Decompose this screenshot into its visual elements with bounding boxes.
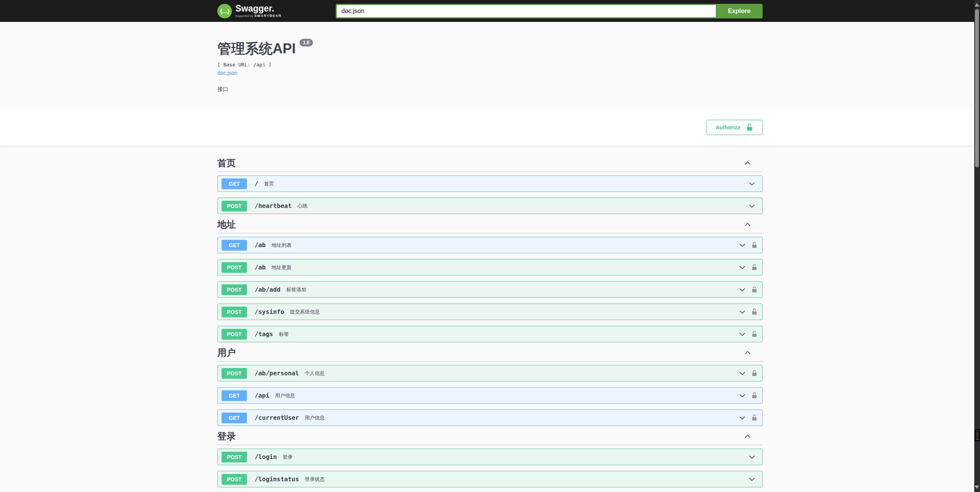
- authorize-label: Authorize: [715, 124, 740, 130]
- operation-row[interactable]: GET /currentUser 用户信息: [217, 409, 763, 426]
- operation-row[interactable]: POST /tags 标签: [217, 326, 763, 342]
- chevron-down-icon[interactable]: [738, 369, 747, 378]
- topbar: {…} Swagger. Supported bySMARTBEAR Explo…: [0, 0, 980, 22]
- unlock-icon[interactable]: [751, 330, 758, 338]
- base-url: [ Base URL: /api ]: [217, 62, 763, 68]
- operation-row[interactable]: POST /ab/personal 个人信息: [217, 365, 763, 381]
- operation-summary: 地址更新: [271, 264, 291, 271]
- unlock-icon: [746, 123, 753, 132]
- chevron-up-icon[interactable]: [743, 159, 752, 167]
- operation-path: /: [255, 180, 258, 187]
- operation-summary: 用户信息: [305, 414, 325, 421]
- spec-link[interactable]: doc.json: [217, 70, 237, 76]
- tag-rows: POST /ab/personal 个人信息 GET /api 用户信息 GET…: [217, 362, 763, 426]
- operation-row[interactable]: POST /sysinfo 提交系统信息: [217, 304, 763, 320]
- method-badge: POST: [222, 368, 247, 379]
- unlock-icon[interactable]: [751, 414, 758, 421]
- tag-header-address[interactable]: 地址: [217, 220, 763, 233]
- method-badge: POST: [222, 201, 247, 211]
- operation-path: /currentUser: [255, 414, 299, 421]
- chevron-down-icon[interactable]: [738, 414, 747, 422]
- chevron-up-icon[interactable]: [743, 432, 752, 441]
- operation-path: /ab: [255, 241, 266, 249]
- logo-texts: Swagger. Supported bySMARTBEAR: [235, 4, 281, 18]
- tag-title: 用户: [217, 348, 236, 357]
- page-title: 管理系统API1.0: [217, 41, 763, 56]
- swagger-braces-glyph: {…}: [220, 8, 229, 14]
- tag-section-home: 首页 GET / 首页 POST /heartbeat 心跳: [217, 158, 763, 214]
- operation-row[interactable]: POST /ab/add 标签添加: [217, 281, 763, 298]
- chevron-down-icon[interactable]: [748, 180, 756, 188]
- operation-path: /ab/personal: [255, 370, 299, 377]
- operation-path: /sysinfo: [255, 308, 284, 315]
- unlock-icon[interactable]: [751, 308, 758, 315]
- operation-row[interactable]: POST /loginstatus 登录状态: [217, 471, 763, 487]
- chevron-down-icon[interactable]: [738, 391, 747, 400]
- tag-title: 地址: [217, 220, 236, 229]
- tag-header-user[interactable]: 用户: [217, 348, 763, 362]
- info-section: 管理系统API1.0 [ Base URL: /api ] doc.json 接…: [0, 22, 980, 109]
- chevron-down-icon[interactable]: [738, 263, 747, 272]
- operation-row[interactable]: GET /ab 地址列表: [217, 237, 763, 253]
- swagger-logo[interactable]: {…} Swagger. Supported bySMARTBEAR: [217, 4, 281, 18]
- operation-row[interactable]: GET /api 用户信息: [217, 387, 763, 404]
- tag-title: 登录: [217, 432, 236, 441]
- swagger-logo-icon: {…}: [217, 4, 232, 18]
- operation-path: /ab/add: [255, 286, 280, 293]
- chevron-up-icon[interactable]: [743, 220, 752, 229]
- tag-header-login[interactable]: 登录: [217, 432, 763, 445]
- tag-section-user: 用户 POST /ab/personal 个人信息 GET /api 用户信息: [217, 348, 763, 426]
- method-badge: POST: [222, 474, 247, 485]
- unlock-icon[interactable]: [751, 241, 758, 249]
- operation-row[interactable]: POST /login 登录: [217, 449, 763, 465]
- chevron-down-icon[interactable]: [748, 202, 756, 210]
- chevron-down-icon[interactable]: [748, 453, 756, 461]
- tag-section-address: 地址 GET /ab 地址列表 POST /ab 地址更新 POST: [217, 220, 763, 342]
- chevron-down-icon[interactable]: [738, 308, 747, 316]
- method-badge: POST: [222, 452, 247, 462]
- chevron-down-icon[interactable]: [748, 475, 756, 484]
- unlock-icon[interactable]: [751, 392, 758, 399]
- tag-section-login: 登录 POST /login 登录 POST /loginstatus 登录状态: [217, 432, 763, 487]
- method-badge: GET: [222, 413, 247, 423]
- operation-summary: 用户信息: [275, 392, 295, 399]
- operation-row[interactable]: GET / 首页: [217, 175, 763, 192]
- tag-title: 首页: [217, 158, 236, 168]
- tag-header-home[interactable]: 首页: [217, 158, 763, 172]
- method-badge: POST: [222, 307, 247, 317]
- logo-subtitle: Supported bySMARTBEAR: [235, 14, 281, 18]
- api-description: 接口: [217, 86, 763, 93]
- operation-summary: 登录: [283, 454, 293, 461]
- chevron-down-icon[interactable]: [738, 286, 747, 294]
- chevron-up-icon[interactable]: [743, 348, 752, 357]
- operation-summary: 标签添加: [286, 286, 306, 293]
- unlock-icon[interactable]: [751, 370, 758, 377]
- method-badge: POST: [222, 329, 247, 340]
- scrollbar[interactable]: [974, 0, 980, 492]
- unlock-icon[interactable]: [751, 264, 758, 271]
- explore-button[interactable]: Explore: [716, 4, 763, 18]
- unlock-icon[interactable]: [751, 286, 758, 293]
- logo-smartbear: SMARTBEAR: [254, 14, 281, 18]
- operation-path: /loginstatus: [255, 475, 299, 483]
- operation-row[interactable]: POST /heartbeat 心跳: [217, 198, 763, 214]
- scroll-down-arrow-icon[interactable]: [975, 485, 979, 489]
- operation-row[interactable]: POST /ab 地址更新: [217, 259, 763, 276]
- tag-rows: GET /ab 地址列表 POST /ab 地址更新 POST /ab/add …: [217, 233, 763, 342]
- operation-path: /tags: [255, 330, 273, 338]
- operation-summary: 提交系统信息: [290, 309, 320, 315]
- operation-path: /api: [255, 392, 270, 399]
- method-badge: GET: [222, 240, 247, 251]
- method-badge: GET: [222, 178, 247, 189]
- chevron-down-icon[interactable]: [738, 330, 747, 338]
- spec-url-input[interactable]: [336, 4, 716, 18]
- operation-path: /heartbeat: [255, 202, 291, 210]
- authorize-button[interactable]: Authorize: [706, 120, 763, 135]
- scroll-up-arrow-icon[interactable]: [975, 3, 979, 7]
- version-badge: 1.0: [300, 39, 313, 46]
- scrollbar-thumb[interactable]: [975, 9, 979, 167]
- operation-path: /login: [255, 453, 277, 461]
- operation-summary: 地址列表: [271, 242, 291, 249]
- api-title-text: 管理系统API: [217, 41, 296, 56]
- chevron-down-icon[interactable]: [738, 241, 747, 249]
